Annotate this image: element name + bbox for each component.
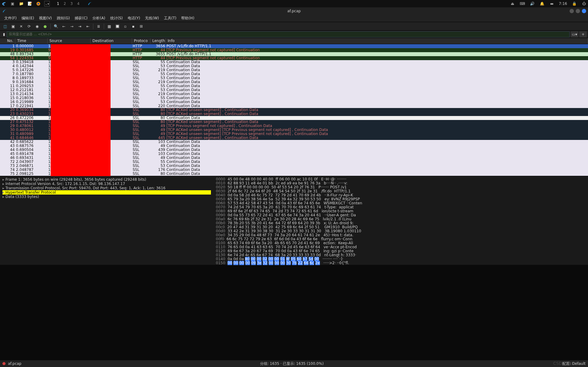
zoom-in-icon[interactable]: 🔲 — [114, 23, 121, 30]
column-time[interactable]: Time — [15, 38, 48, 44]
details-line[interactable]: ▸ Hypertext Transfer Protocol — [2, 190, 211, 195]
expression-button[interactable]: ▭▾ — [571, 31, 578, 37]
status-bar: af.pcap 分组: 1635 · 已显示: 1635 (100.0%) 配置… — [0, 360, 588, 367]
close-button[interactable] — [582, 9, 586, 13]
status-file: af.pcap — [8, 361, 21, 366]
wireshark-task-icon[interactable] — [87, 1, 93, 6]
add-filter-button[interactable]: + — [579, 31, 587, 37]
auto-scroll-icon[interactable]: ≣ — [95, 23, 102, 30]
workspace-1[interactable]: 1 — [55, 2, 61, 6]
column-destination[interactable]: Destination — [91, 38, 132, 44]
lock-icon[interactable]: 🔒 — [571, 1, 577, 6]
save-icon[interactable]: ▣ — [10, 23, 17, 30]
details-line[interactable]: ▸ Data (3333 bytes) — [2, 195, 211, 199]
separator — [104, 24, 104, 29]
resize-columns-icon[interactable]: ⊞ — [138, 23, 145, 30]
menu-tools[interactable]: 工具(T) — [162, 15, 178, 21]
system-panel: ▣ 📁 📝 ⌄▾ 1 2 3 4 ⏏ ⌨ 🔊 🔔 ▬ 7:16 🔒 ⏻ — [0, 0, 588, 7]
menubar: 文件(F) 编辑(E) 视图(V) 跳转(G) 捕获(C) 分析(A) 统计(S… — [0, 15, 588, 22]
go-back-icon[interactable]: ← — [60, 23, 67, 30]
find-icon[interactable]: 🔍 — [53, 23, 59, 30]
menu-statistics[interactable]: 统计(S) — [108, 15, 125, 21]
usb-icon[interactable]: ⏏ — [510, 1, 515, 6]
keyboard-icon[interactable]: ⌨ — [520, 1, 525, 6]
start-capture-icon[interactable]: ● — [42, 23, 49, 30]
workspace-2[interactable]: 2 — [62, 2, 68, 6]
hex-line[interactable]: 0150 00 00 00 00 09 3e 32 00 00 00 30 7b… — [216, 261, 586, 265]
svg-point-1 — [37, 3, 39, 5]
menu-capture[interactable]: 捕获(C) — [73, 15, 89, 21]
menu-go[interactable]: 跳转(G) — [55, 15, 72, 21]
packet-bytes-pane[interactable]: 0000 45 00 0e 48 00 00 40 00 ff 06 00 00… — [213, 176, 588, 265]
colorize-icon[interactable]: ▦ — [106, 23, 113, 30]
status-packets: 分组: 1635 · 已显示: 1635 (100.0%) — [260, 361, 324, 366]
workspace-switcher[interactable]: 1 2 3 4 — [55, 2, 81, 6]
go-first-icon[interactable]: ⇤ — [84, 23, 91, 30]
firefox-icon[interactable] — [36, 1, 41, 6]
workspace-4[interactable]: 4 — [76, 2, 81, 6]
zoom-reset-icon[interactable]: ▪ — [130, 23, 137, 30]
clock[interactable]: 7:16 — [559, 2, 567, 6]
column-no[interactable]: No. — [0, 38, 15, 44]
menu-wireless[interactable]: 无线(W) — [143, 15, 161, 21]
desktop-background — [0, 265, 588, 362]
window-title: af.pcap — [287, 9, 301, 13]
window-titlebar[interactable]: af.pcap — [0, 7, 588, 15]
files-icon[interactable]: 📁 — [18, 1, 24, 6]
open-icon[interactable]: ◫ — [2, 23, 9, 30]
column-source[interactable]: Source — [48, 38, 91, 44]
workspace-3[interactable]: 3 — [69, 2, 74, 6]
menu-edit[interactable]: 编辑(E) — [20, 15, 36, 21]
notifications-icon[interactable]: 🔔 — [539, 1, 545, 6]
redaction-overlay — [51, 44, 111, 176]
editor-icon[interactable]: 📝 — [27, 1, 33, 6]
menu-analyze[interactable]: 分析(A) — [91, 15, 107, 21]
column-protocol[interactable]: Protoco — [132, 38, 150, 44]
volume-icon[interactable]: 🔊 — [529, 1, 535, 6]
details-line[interactable]: ▸ Internet Protocol Version 4, Src: 172.… — [2, 182, 211, 186]
power-icon[interactable]: ⏻ — [581, 1, 587, 6]
bookmark-icon[interactable]: ▮ — [1, 31, 7, 38]
menu-file[interactable]: 文件(F) — [2, 15, 18, 21]
details-line[interactable]: ▸ Frame 1: 3656 bytes on wire (29248 bit… — [2, 177, 211, 182]
network-icon[interactable]: ▬ — [549, 1, 555, 6]
capture-options-icon[interactable]: ◉ — [34, 23, 41, 30]
menu-view[interactable]: 视图(V) — [37, 15, 54, 21]
column-info[interactable]: Info — [166, 38, 588, 44]
toolbar: ◫ ▣ ✕ ⟳ ◉ ● 🔍 ← → ⇥ ⇤ ≣ ▦ 🔲 ▫ ▪ ⊞ — [0, 22, 588, 31]
details-line[interactable]: ▸ Transmission Control Protocol, Src Por… — [2, 186, 211, 190]
watermark: CSDN @ach — [553, 361, 579, 366]
close-file-icon[interactable]: ✕ — [18, 23, 25, 30]
packet-list-header[interactable]: No. Time Source Destination Protoco Leng… — [0, 38, 588, 44]
shell-dropdown-icon[interactable]: ⌄▾ — [44, 1, 50, 6]
column-length[interactable]: Length — [150, 38, 166, 44]
wireshark-icon — [2, 9, 7, 13]
expert-info-icon[interactable] — [2, 362, 6, 365]
packet-list[interactable]: No. Time Source Destination Protoco Leng… — [0, 38, 588, 176]
filter-bar: ▮ ▭▾ + — [0, 31, 588, 38]
display-filter-input[interactable] — [7, 31, 570, 37]
dragon-icon[interactable] — [1, 1, 7, 6]
maximize-button[interactable] — [576, 9, 580, 13]
packet-details-pane[interactable]: ▸ Frame 1: 3656 bytes on wire (29248 bit… — [0, 176, 213, 265]
go-forward-icon[interactable]: → — [68, 23, 75, 30]
reload-icon[interactable]: ⟳ — [26, 23, 33, 30]
minimize-button[interactable] — [570, 9, 574, 13]
zoom-out-icon[interactable]: ▫ — [122, 23, 129, 30]
separator — [50, 24, 51, 29]
terminal-icon[interactable]: ▣ — [10, 1, 15, 6]
separator — [93, 24, 93, 29]
menu-help[interactable]: 帮助(H) — [179, 15, 196, 21]
menu-telephony[interactable]: 电话(Y) — [126, 15, 142, 21]
go-to-packet-icon[interactable]: ⇥ — [76, 23, 83, 30]
